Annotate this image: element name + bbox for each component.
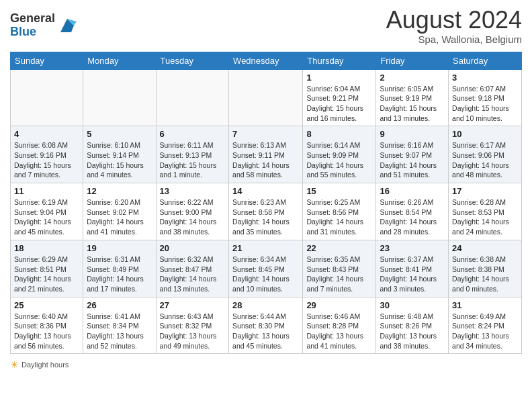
day-number: 24 [452,243,518,253]
day-info: Sunrise: 6:23 AM Sunset: 8:58 PM Dayligh… [232,197,299,237]
day-info: Sunrise: 6:32 AM Sunset: 8:47 PM Dayligh… [160,255,226,294]
day-info: Sunrise: 6:46 AM Sunset: 8:28 PM Dayligh… [306,312,372,351]
calendar-cell: 27Sunrise: 6:43 AM Sunset: 8:32 PM Dayli… [156,297,229,354]
calendar-cell: 11Sunrise: 6:19 AM Sunset: 9:04 PM Dayli… [11,183,83,240]
day-number: 4 [14,129,79,139]
calendar-subtitle: Spa, Wallonia, Belgium [386,34,522,45]
calendar-cell [83,69,156,126]
header: General Blue August 2024 Spa, Wallonia, … [10,7,522,45]
day-number: 17 [452,186,518,196]
day-number: 9 [380,129,445,139]
calendar-cell: 5Sunrise: 6:10 AM Sunset: 9:14 PM Daylig… [83,126,156,183]
footer: ☀ Daylight hours [10,359,522,370]
weekday-header-sunday: Sunday [11,52,83,69]
day-info: Sunrise: 6:31 AM Sunset: 8:49 PM Dayligh… [87,255,152,294]
calendar-cell: 16Sunrise: 6:26 AM Sunset: 8:54 PM Dayli… [376,183,449,240]
week-row-1: 1Sunrise: 6:04 AM Sunset: 9:21 PM Daylig… [11,69,522,126]
week-row-3: 11Sunrise: 6:19 AM Sunset: 9:04 PM Dayli… [11,183,522,240]
day-number: 21 [232,243,299,253]
title-block: August 2024 Spa, Wallonia, Belgium [386,7,522,45]
day-number: 20 [160,243,226,253]
calendar-cell: 15Sunrise: 6:25 AM Sunset: 8:56 PM Dayli… [303,183,376,240]
day-info: Sunrise: 6:29 AM Sunset: 8:51 PM Dayligh… [14,255,79,294]
day-info: Sunrise: 6:17 AM Sunset: 9:06 PM Dayligh… [452,140,518,180]
weekday-header-friday: Friday [376,52,449,69]
day-info: Sunrise: 6:19 AM Sunset: 9:04 PM Dayligh… [14,197,79,237]
calendar-cell: 10Sunrise: 6:17 AM Sunset: 9:06 PM Dayli… [449,126,522,183]
day-info: Sunrise: 6:20 AM Sunset: 9:02 PM Dayligh… [87,197,152,237]
calendar-title: August 2024 [386,7,522,34]
day-number: 25 [14,300,79,310]
day-number: 1 [306,73,372,83]
weekday-header-monday: Monday [83,52,156,69]
day-info: Sunrise: 6:11 AM Sunset: 9:13 PM Dayligh… [160,140,226,180]
day-info: Sunrise: 6:41 AM Sunset: 8:34 PM Dayligh… [87,312,152,351]
calendar-cell: 13Sunrise: 6:22 AM Sunset: 9:00 PM Dayli… [156,183,229,240]
day-info: Sunrise: 6:40 AM Sunset: 8:36 PM Dayligh… [14,312,79,351]
logo: General Blue [10,12,77,39]
day-number: 15 [306,186,372,196]
day-info: Sunrise: 6:10 AM Sunset: 9:14 PM Dayligh… [87,140,152,180]
day-info: Sunrise: 6:07 AM Sunset: 9:18 PM Dayligh… [452,84,518,124]
day-number: 23 [380,243,445,253]
calendar-cell: 25Sunrise: 6:40 AM Sunset: 8:36 PM Dayli… [11,297,83,354]
page: General Blue August 2024 Spa, Wallonia, … [0,0,532,411]
day-info: Sunrise: 6:37 AM Sunset: 8:41 PM Dayligh… [380,255,445,294]
calendar-cell: 21Sunrise: 6:34 AM Sunset: 8:45 PM Dayli… [229,240,303,297]
logo-blue: Blue [10,26,55,39]
calendar-cell: 20Sunrise: 6:32 AM Sunset: 8:47 PM Dayli… [156,240,229,297]
day-number: 19 [87,243,152,253]
day-number: 14 [232,186,299,196]
calendar-cell: 31Sunrise: 6:49 AM Sunset: 8:24 PM Dayli… [449,297,522,354]
day-number: 29 [306,300,372,310]
day-info: Sunrise: 6:28 AM Sunset: 8:53 PM Dayligh… [452,197,518,237]
weekday-header-wednesday: Wednesday [229,52,303,69]
week-row-2: 4Sunrise: 6:08 AM Sunset: 9:16 PM Daylig… [11,126,522,183]
calendar-cell: 23Sunrise: 6:37 AM Sunset: 8:41 PM Dayli… [376,240,449,297]
day-info: Sunrise: 6:44 AM Sunset: 8:30 PM Dayligh… [232,312,299,351]
calendar-cell: 18Sunrise: 6:29 AM Sunset: 8:51 PM Dayli… [11,240,83,297]
footer-note: ☀ Daylight hours [10,359,522,370]
daylight-label: Daylight hours [21,361,69,369]
sun-icon: ☀ [10,359,19,370]
calendar-cell: 9Sunrise: 6:16 AM Sunset: 9:07 PM Daylig… [376,126,449,183]
logo-general: General [10,12,55,26]
day-info: Sunrise: 6:16 AM Sunset: 9:07 PM Dayligh… [380,140,445,180]
weekday-header-tuesday: Tuesday [156,52,229,69]
calendar-cell: 12Sunrise: 6:20 AM Sunset: 9:02 PM Dayli… [83,183,156,240]
calendar-cell: 1Sunrise: 6:04 AM Sunset: 9:21 PM Daylig… [303,69,376,126]
day-info: Sunrise: 6:48 AM Sunset: 8:26 PM Dayligh… [380,312,445,351]
calendar-cell: 29Sunrise: 6:46 AM Sunset: 8:28 PM Dayli… [303,297,376,354]
calendar-cell: 28Sunrise: 6:44 AM Sunset: 8:30 PM Dayli… [229,297,303,354]
day-number: 5 [87,129,152,139]
weekday-header-saturday: Saturday [449,52,522,69]
calendar-cell: 8Sunrise: 6:14 AM Sunset: 9:09 PM Daylig… [303,126,376,183]
logo-icon [58,16,77,35]
day-number: 27 [160,300,226,310]
day-info: Sunrise: 6:13 AM Sunset: 9:11 PM Dayligh… [232,140,299,180]
calendar-cell: 24Sunrise: 6:38 AM Sunset: 8:38 PM Dayli… [449,240,522,297]
calendar-table: SundayMondayTuesdayWednesdayThursdayFrid… [10,52,522,355]
day-number: 8 [306,129,372,139]
day-info: Sunrise: 6:49 AM Sunset: 8:24 PM Dayligh… [452,312,518,351]
day-info: Sunrise: 6:26 AM Sunset: 8:54 PM Dayligh… [380,197,445,237]
week-row-4: 18Sunrise: 6:29 AM Sunset: 8:51 PM Dayli… [11,240,522,297]
day-number: 30 [380,300,445,310]
day-number: 11 [14,186,79,196]
day-info: Sunrise: 6:25 AM Sunset: 8:56 PM Dayligh… [306,197,372,237]
calendar-cell: 30Sunrise: 6:48 AM Sunset: 8:26 PM Dayli… [376,297,449,354]
day-number: 7 [232,129,299,139]
calendar-cell: 3Sunrise: 6:07 AM Sunset: 9:18 PM Daylig… [449,69,522,126]
logo-text: General Blue [10,12,55,39]
day-number: 2 [380,73,445,83]
calendar-cell [229,69,303,126]
day-info: Sunrise: 6:38 AM Sunset: 8:38 PM Dayligh… [452,255,518,294]
calendar-cell: 7Sunrise: 6:13 AM Sunset: 9:11 PM Daylig… [229,126,303,183]
day-number: 13 [160,186,226,196]
day-info: Sunrise: 6:34 AM Sunset: 8:45 PM Dayligh… [232,255,299,294]
header-row: SundayMondayTuesdayWednesdayThursdayFrid… [11,52,522,69]
day-number: 26 [87,300,152,310]
day-info: Sunrise: 6:04 AM Sunset: 9:21 PM Dayligh… [306,84,372,124]
calendar-cell: 2Sunrise: 6:05 AM Sunset: 9:19 PM Daylig… [376,69,449,126]
calendar-cell: 19Sunrise: 6:31 AM Sunset: 8:49 PM Dayli… [83,240,156,297]
